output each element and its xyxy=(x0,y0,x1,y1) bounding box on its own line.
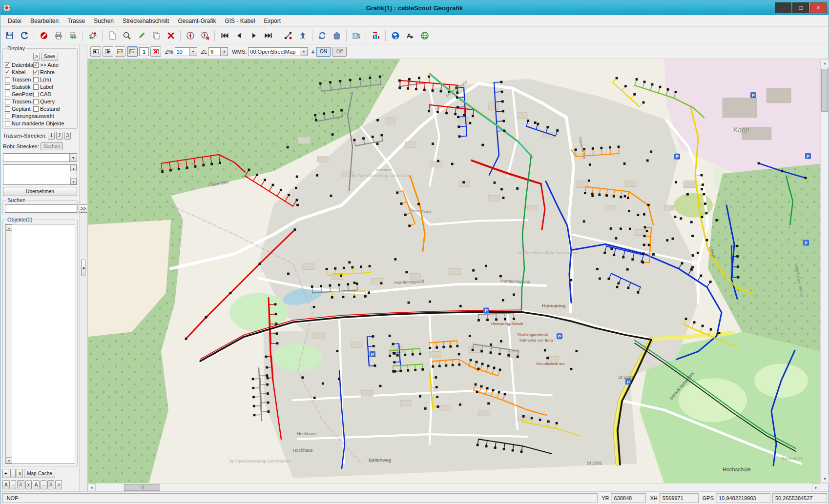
undo-button[interactable] xyxy=(17,29,31,42)
strecken-listbox[interactable]: ▴ ▾ xyxy=(3,164,77,185)
menu-item-bearbeiten[interactable]: Bearbeiten xyxy=(26,16,63,26)
close-button[interactable]: × xyxy=(810,2,827,13)
zoom-button[interactable] xyxy=(120,29,134,42)
wms-select[interactable]: 00:OpenStreetMap ▾ xyxy=(248,47,308,56)
nav-first-button[interactable] xyxy=(217,29,231,42)
scroll-down-icon[interactable]: ▾ xyxy=(6,457,12,464)
sidebar-collapse-button[interactable]: ◂ xyxy=(81,260,85,276)
grid-pan-right-button[interactable] xyxy=(103,46,113,57)
checkbox-box[interactable] xyxy=(5,121,10,126)
nav-next-button[interactable] xyxy=(247,29,261,42)
checkbox-box[interactable] xyxy=(33,92,39,97)
scroll-up-icon[interactable]: ▴ xyxy=(6,224,12,231)
suchen-go-button[interactable]: >> xyxy=(79,204,88,213)
settings-button[interactable] xyxy=(85,29,100,42)
checkbox-planungsauswahl[interactable]: Planungsauswahl xyxy=(5,113,75,119)
label-smaller-button[interactable]: A xyxy=(47,480,55,489)
save-button[interactable] xyxy=(2,29,17,42)
checkbox-box[interactable] xyxy=(33,84,39,90)
scroll-up-icon[interactable]: ▴ xyxy=(70,165,77,171)
display-save-button[interactable]: Save xyxy=(41,53,58,60)
refresh-button[interactable] xyxy=(315,29,329,42)
chevron-down-icon[interactable]: ▾ xyxy=(69,154,77,161)
vertical-scroll-thumb[interactable] xyxy=(821,69,828,112)
map-canvas[interactable]: PPPPPPPP KappHeimatringBaltenwegHochschu… xyxy=(88,59,820,483)
horizontal-scroll-track[interactable] xyxy=(96,484,812,491)
scroll-down-icon[interactable]: ▾ xyxy=(70,178,77,184)
scroll-down-icon[interactable]: ▾ xyxy=(821,475,829,483)
frame-number-input[interactable] xyxy=(139,47,149,56)
checkbox-geopost[interactable]: GeoPost xyxy=(5,91,33,97)
report-button[interactable] xyxy=(369,29,383,42)
checkbox-box[interactable] xyxy=(33,77,39,82)
checkbox-query[interactable]: Query xyxy=(33,99,75,104)
google-earth-button[interactable] xyxy=(388,29,402,42)
objekte-scrollbar[interactable]: ▴ ▾ xyxy=(5,224,12,464)
grid-pan-left-button[interactable] xyxy=(90,46,101,57)
suchen-input[interactable] xyxy=(5,204,77,213)
home-button[interactable] xyxy=(330,29,344,42)
edit-button[interactable] xyxy=(134,29,148,42)
print-button[interactable] xyxy=(51,29,65,42)
menu-item-streckenabschnitt[interactable]: Streckenabschnitt xyxy=(118,16,173,26)
map-zoom-in-button[interactable]: + xyxy=(2,469,9,478)
checkbox-box[interactable] xyxy=(5,99,10,104)
wms-off-button[interactable]: Off xyxy=(332,47,347,57)
panel-next-button[interactable]: > xyxy=(55,480,62,489)
checkbox-box[interactable] xyxy=(33,99,39,104)
checkbox-box[interactable] xyxy=(5,77,10,82)
objekte-listbox[interactable]: ▴ ▾ xyxy=(5,224,75,464)
print-refresh-button[interactable] xyxy=(66,29,80,42)
checkbox-nur-markierte[interactable]: Nur markierte Objekte xyxy=(5,121,75,126)
cancel-button[interactable] xyxy=(37,29,51,42)
chevron-down-icon[interactable]: ▾ xyxy=(220,48,228,56)
scroll-left-icon[interactable]: ◂ xyxy=(87,484,96,492)
map-clear-button[interactable]: x xyxy=(17,469,23,478)
transfer-button[interactable] xyxy=(349,29,363,42)
checkbox-box[interactable] xyxy=(5,62,10,68)
menu-item-trasse[interactable]: Trasse xyxy=(63,16,89,26)
chevron-down-icon[interactable]: ▾ xyxy=(189,48,197,56)
checkbox-box[interactable] xyxy=(33,106,39,112)
scroll-right-icon[interactable]: ▸ xyxy=(812,484,820,492)
trassen-strecke-1-button[interactable]: 1 xyxy=(48,132,55,140)
nav-last-button[interactable] xyxy=(261,29,275,42)
publish-button[interactable] xyxy=(295,29,310,42)
strecken-combobox[interactable]: ▾ xyxy=(3,153,77,162)
checkbox-box[interactable] xyxy=(5,70,10,75)
new-document-button[interactable] xyxy=(105,29,119,42)
zoom-percent-select[interactable]: 10 ▾ xyxy=(175,47,197,56)
checkbox-box[interactable] xyxy=(33,70,39,75)
font-smaller-button[interactable]: A xyxy=(17,480,24,489)
checkbox-kabel[interactable]: Kabel xyxy=(5,69,33,75)
grid-clear-button[interactable] xyxy=(150,46,161,57)
label-larger-button[interactable]: A xyxy=(33,480,40,489)
display-expand-button[interactable]: > xyxy=(33,53,40,60)
menu-item-gesamt-grafik[interactable]: Gesamt-Grafik xyxy=(173,16,220,26)
checkbox-cad[interactable]: CAD xyxy=(33,91,75,97)
grid-forward-button[interactable] xyxy=(127,46,138,57)
horizontal-scroll-thumb[interactable] xyxy=(124,484,160,491)
checkbox-trassen-ok[interactable]: Trassen-Ok xyxy=(5,99,33,104)
nav-prev-button[interactable] xyxy=(232,29,246,42)
web-map-button[interactable] xyxy=(417,29,432,42)
strecken-listbox-scrollbar[interactable]: ▴ ▾ xyxy=(70,165,77,184)
checkbox-geplant[interactable]: Geplant xyxy=(5,106,33,112)
chevron-down-icon[interactable]: ▾ xyxy=(300,48,307,56)
compass-button[interactable] xyxy=(183,29,197,42)
checkbox-trassen[interactable]: Trassen xyxy=(5,77,33,82)
label-minus-button[interactable]: - xyxy=(41,480,46,489)
scroll-up-icon[interactable]: ▴ xyxy=(821,59,829,67)
trassen-strecke-3-button[interactable]: 3 xyxy=(64,132,71,140)
checkbox-bestand[interactable]: Bestand xyxy=(33,106,75,112)
add-node-button[interactable] xyxy=(281,29,295,42)
compass-clear-button[interactable] xyxy=(198,29,212,42)
menu-item-suchen[interactable]: Suchen xyxy=(89,16,118,26)
checkbox-rohre[interactable]: Rohre xyxy=(33,69,75,75)
label-export-button[interactable]: A xyxy=(403,29,417,42)
checkbox-box[interactable] xyxy=(5,92,10,97)
minimize-button[interactable]: – xyxy=(775,2,791,13)
delete-button[interactable] xyxy=(164,29,178,42)
checkbox-datenblatt[interactable]: Datenblatt xyxy=(5,62,33,68)
font-larger-button[interactable]: A xyxy=(2,480,10,489)
